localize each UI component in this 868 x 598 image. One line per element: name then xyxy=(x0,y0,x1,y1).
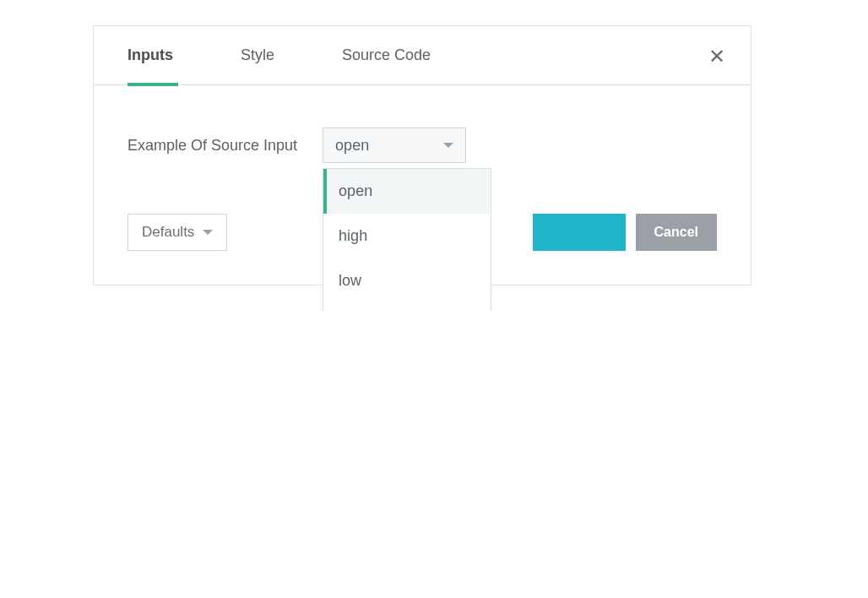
chevron-down-icon xyxy=(443,143,453,148)
input-label: Example Of Source Input xyxy=(127,137,297,155)
settings-dialog: Inputs Style Source Code ✕ Example Of So… xyxy=(93,25,751,285)
input-row: Example Of Source Input open open high l… xyxy=(127,128,717,163)
dropdown-option-low[interactable]: low xyxy=(323,258,491,303)
defaults-label: Defaults xyxy=(142,224,194,241)
source-select-value: open xyxy=(335,137,443,155)
source-select-wrap: open open high low close hl2 hlc3 ohlc4 xyxy=(323,128,466,163)
ok-button[interactable] xyxy=(533,214,626,251)
defaults-button[interactable]: Defaults xyxy=(127,214,227,251)
dialog-content: Example Of Source Input open open high l… xyxy=(94,85,751,285)
source-dropdown: open high low close hl2 hlc3 ohlc4 xyxy=(323,168,491,311)
dropdown-option-open[interactable]: open xyxy=(323,169,491,214)
close-icon[interactable]: ✕ xyxy=(708,45,725,68)
tab-source-code[interactable]: Source Code xyxy=(342,26,431,85)
tab-style[interactable]: Style xyxy=(241,26,274,85)
source-select[interactable]: open xyxy=(323,128,466,163)
cancel-button[interactable]: Cancel xyxy=(636,214,717,251)
dropdown-option-high[interactable]: high xyxy=(323,214,491,258)
dropdown-option-close[interactable]: close xyxy=(323,303,491,311)
tab-inputs[interactable]: Inputs xyxy=(127,26,173,85)
tabs-bar: Inputs Style Source Code ✕ xyxy=(94,26,751,85)
chevron-down-icon xyxy=(203,230,213,235)
